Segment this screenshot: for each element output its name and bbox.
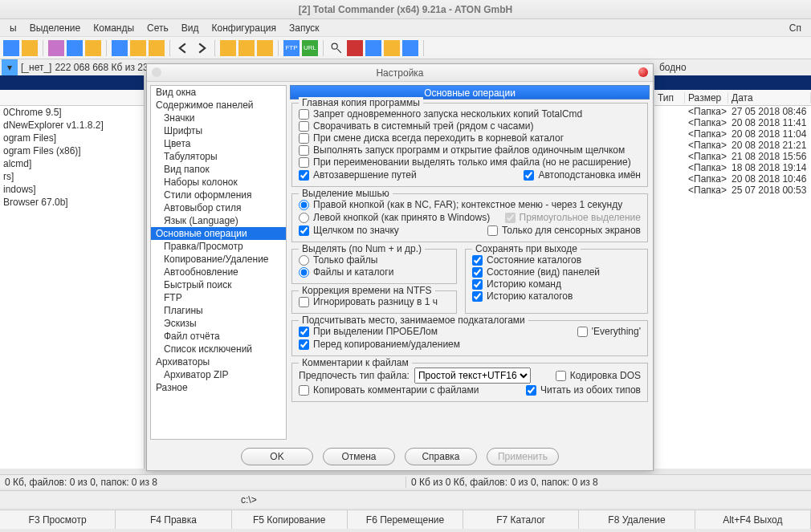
category-item[interactable]: Правка/Просмотр bbox=[151, 240, 286, 253]
category-item[interactable]: Цвета bbox=[151, 137, 286, 150]
table-row[interactable]: <Папка>20 08 2018 11:04 bbox=[654, 128, 811, 140]
list-item[interactable]: rs] bbox=[0, 170, 144, 183]
chk-copy-comments[interactable]: Копировать комментарии с файлами bbox=[299, 384, 479, 396]
chk-read-both[interactable]: Читать из обоих типов bbox=[526, 384, 641, 396]
table-row[interactable]: <Папка>20 08 2018 10:46 bbox=[654, 173, 811, 185]
f3-button[interactable]: F3 Просмотр bbox=[0, 510, 116, 529]
chk-icon-click[interactable]: Щелчком по значку bbox=[299, 225, 399, 236]
menu-item[interactable]: Запуск bbox=[283, 21, 326, 35]
category-item[interactable]: Вид окна bbox=[151, 86, 286, 99]
full-icon[interactable] bbox=[67, 40, 83, 56]
list-item[interactable]: alcmd] bbox=[0, 157, 144, 170]
tree-icon[interactable] bbox=[112, 40, 128, 56]
category-item[interactable]: Разное bbox=[151, 381, 286, 394]
sync-icon[interactable] bbox=[365, 40, 381, 56]
radio-files-only[interactable]: Только файлы bbox=[299, 254, 450, 266]
f6-button[interactable]: F6 Перемещение bbox=[348, 510, 463, 529]
refresh-icon[interactable] bbox=[3, 40, 19, 56]
col-date[interactable]: Дата bbox=[728, 92, 811, 104]
category-item[interactable]: Автовыбор стиля bbox=[151, 201, 286, 214]
chk-single-click[interactable]: Выполнять запуск программ и открытие фай… bbox=[299, 144, 641, 156]
category-item[interactable]: Автообновление bbox=[151, 266, 286, 278]
chk-touch-only[interactable]: Только для сенсорных экранов bbox=[487, 225, 641, 236]
category-item[interactable]: Наборы колонок bbox=[151, 176, 286, 189]
forward-icon[interactable] bbox=[194, 40, 210, 56]
list-item[interactable]: ogram Files (x86)] bbox=[0, 144, 144, 157]
close-icon[interactable] bbox=[638, 67, 648, 77]
chk-root-on-change[interactable]: При смене диска всегда переходить в корн… bbox=[299, 132, 641, 144]
category-item[interactable]: Архиваторы bbox=[151, 355, 286, 368]
category-item[interactable]: Значки bbox=[151, 112, 286, 124]
chk-save-dirhist[interactable]: Историю каталогов bbox=[472, 290, 641, 302]
f5-button[interactable]: F5 Копирование bbox=[232, 510, 348, 529]
command-line[interactable]: c:\> bbox=[0, 490, 811, 508]
chk-save-cmdhist[interactable]: Историю команд bbox=[472, 278, 641, 290]
chk-dos-encoding[interactable]: Кодировка DOS bbox=[556, 368, 641, 383]
chk-everything[interactable]: 'Everything' bbox=[577, 326, 641, 337]
f8-button[interactable]: F8 Удаление bbox=[579, 510, 695, 529]
category-item[interactable]: Эскизы bbox=[151, 317, 286, 330]
category-item[interactable]: Шрифты bbox=[151, 124, 286, 137]
combo-comment-type[interactable]: Простой текст+UTF16 bbox=[414, 368, 531, 384]
chk-rename-name-only[interactable]: При переименовании выделять только имя ф… bbox=[299, 156, 641, 168]
back-icon[interactable] bbox=[175, 40, 191, 56]
chk-ignore-1h[interactable]: Игнорировать разницу в 1 ч bbox=[299, 296, 450, 307]
table-row[interactable]: <Папка>20 08 2018 11:41 bbox=[654, 117, 811, 128]
category-item[interactable]: Быстрый поиск bbox=[151, 278, 286, 291]
menu-item[interactable]: Вид bbox=[175, 21, 206, 35]
cancel-button[interactable]: Отмена bbox=[323, 448, 395, 465]
thumbs-icon[interactable] bbox=[85, 40, 101, 56]
search-icon[interactable] bbox=[328, 40, 344, 56]
table-row[interactable]: <Папка>25 07 2018 00:53 bbox=[654, 185, 811, 196]
menu-item[interactable]: Сеть bbox=[141, 21, 175, 35]
multirename-icon[interactable] bbox=[347, 40, 363, 56]
table-row[interactable]: <Папка>18 08 2018 19:14 bbox=[654, 162, 811, 173]
category-item[interactable]: Список исключений bbox=[151, 343, 286, 355]
list-item[interactable]: 0Chrome 9.5] bbox=[0, 106, 144, 119]
unpack-icon[interactable] bbox=[238, 40, 255, 56]
ok-button[interactable]: OK bbox=[241, 448, 313, 465]
pack-icon[interactable] bbox=[220, 40, 236, 56]
ftp-icon[interactable]: FTP bbox=[283, 40, 300, 56]
menu-item[interactable]: Сп bbox=[783, 21, 808, 35]
category-item[interactable]: Стили оформления bbox=[151, 189, 286, 201]
table-row[interactable]: <Папка>20 08 2018 21:21 bbox=[654, 140, 811, 151]
menu-item[interactable]: Команды bbox=[87, 21, 141, 35]
chk-space-select[interactable]: При выделении ПРОБЕЛом bbox=[299, 326, 438, 337]
chk-save-panels[interactable]: Состояние (вид) панелей bbox=[472, 266, 641, 278]
category-item[interactable]: Файл отчёта bbox=[151, 330, 286, 343]
cdtree-icon[interactable] bbox=[22, 40, 38, 56]
category-item[interactable]: Архиватор ZIP bbox=[151, 368, 286, 381]
list-item[interactable]: ogram Files] bbox=[0, 132, 144, 144]
category-item[interactable]: Содержимое панелей bbox=[151, 99, 286, 112]
category-list[interactable]: Вид окнаСодержимое панелейЗначкиШрифтыЦв… bbox=[150, 85, 287, 440]
notepad-icon[interactable] bbox=[429, 40, 445, 56]
copynames-icon[interactable] bbox=[384, 40, 400, 56]
radio-files-and-dirs[interactable]: Файлы и каталоги bbox=[299, 266, 450, 278]
drive-dropdown-icon[interactable]: ▾ bbox=[2, 59, 18, 75]
dialog-titlebar[interactable]: Настройка bbox=[147, 64, 653, 82]
table-row[interactable]: <Папка>21 08 2018 15:56 bbox=[654, 151, 811, 162]
menu-item[interactable]: Конфигурация bbox=[205, 21, 283, 35]
radio-right-button[interactable]: Правой кнопкой (как в NC, FAR); контекст… bbox=[299, 199, 641, 210]
invert-icon[interactable] bbox=[130, 40, 146, 56]
col-type[interactable]: Тип bbox=[654, 92, 685, 104]
category-item[interactable]: Язык (Language) bbox=[151, 214, 286, 227]
list-item[interactable]: indows] bbox=[0, 183, 144, 196]
chk-autofill[interactable]: Автоподстановка имён bbox=[524, 169, 641, 181]
chk-autocomplete[interactable]: Автозавершение путей bbox=[299, 169, 417, 181]
chk-before-copy[interactable]: Перед копированием/удалением bbox=[299, 339, 641, 350]
chk-single-instance[interactable]: Запрет одновременного запуска нескольких… bbox=[299, 108, 641, 120]
unpack2-icon[interactable] bbox=[257, 40, 273, 56]
chk-tray[interactable]: Сворачивать в системный трей (рядом с ча… bbox=[299, 120, 641, 132]
col-size[interactable]: Размер bbox=[685, 92, 728, 104]
list-item[interactable]: Browser 67.0b] bbox=[0, 196, 144, 209]
print-icon[interactable] bbox=[402, 40, 418, 56]
category-item[interactable]: Вид папок bbox=[151, 163, 286, 176]
category-item[interactable]: FTP bbox=[151, 291, 286, 304]
altf4-button[interactable]: Alt+F4 Выход bbox=[695, 510, 811, 529]
category-item[interactable]: Копирование/Удаление bbox=[151, 253, 286, 266]
radio-left-button[interactable]: Левой кнопкой (как принято в Windows) bbox=[299, 212, 490, 223]
list-item[interactable]: dNewExplorer v1.1.8.2] bbox=[0, 119, 144, 132]
chk-save-dirs[interactable]: Состояние каталогов bbox=[472, 254, 641, 266]
